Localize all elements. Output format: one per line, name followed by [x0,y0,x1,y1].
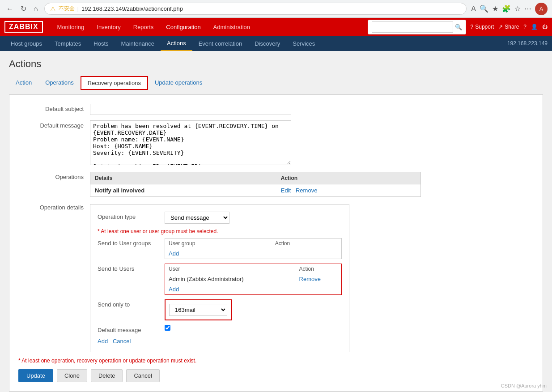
share-link[interactable]: ↗ Share [498,24,519,30]
more-button[interactable]: ⋯ [524,4,531,13]
subnav-maintenance[interactable]: Maintenance [115,36,161,51]
tab-update-operations[interactable]: Update operations [148,76,209,90]
subnav-templates[interactable]: Templates [48,36,87,51]
add-user-link[interactable]: Add [169,286,179,293]
send-only-to-row: Send only to 163mail Email SMS [98,299,342,320]
delete-button[interactable]: Delete [91,369,123,382]
default-message-control: Problem has been resolved at {EVENT.RECO… [90,120,534,166]
reload-button[interactable]: ↻ [19,3,28,15]
share-icon: ↗ [498,24,503,30]
star-button[interactable]: ☆ [514,4,521,13]
remove-user-link[interactable]: Remove [299,276,321,282]
watermark: CSDN @Aurora yhm [501,383,547,388]
default-message-check-row: Default message [98,325,342,333]
subnav-host-groups[interactable]: Host groups [4,36,48,51]
support-link[interactable]: ? Support [471,24,494,30]
send-only-to-control: 163mail Email SMS [165,299,342,320]
tab-recovery-operations[interactable]: Recovery operations [81,76,148,90]
operations-label: Operations [18,172,90,180]
add-user-group-link[interactable]: Add [169,250,179,257]
user-groups-label: Send to User groups [98,238,160,247]
default-message-check-label: Default message [98,325,160,333]
send-only-to-select[interactable]: 163mail Email SMS [169,304,227,316]
operation-details-label: Operation details [18,202,90,211]
default-subject-control: Resolved: {EVENT.NAME} [90,104,534,115]
browser-bar: ← ↻ ⌂ ⚠ 不安全 | 192.168.223.149/zabbix/act… [0,0,552,18]
sub-nav-links: Host groups Templates Hosts Maintenance … [4,36,507,51]
footer-note: * At least one operation, recovery opera… [18,358,534,364]
clone-button[interactable]: Clone [57,369,87,382]
action-col: Action [272,239,342,249]
op-type-row: Operation type Send message Remote comma… [98,212,342,224]
address-bar[interactable]: ⚠ 不安全 | 192.168.223.149/zabbix/actioncon… [44,3,467,15]
nav-administration[interactable]: Administration [208,20,255,34]
operations-control: Details Action Notify all involved Edit [90,172,534,197]
home-button[interactable]: ⌂ [32,3,40,15]
row-actions: Edit Remove [276,184,421,197]
bookmark-button[interactable]: ★ [492,4,498,13]
operations-row: Operations Details Action Notify all inv… [18,172,534,197]
security-label: 不安全 [59,5,75,13]
search-icon: 🔍 [455,24,462,30]
users-row: Send to Users User Action [98,264,342,295]
table-row: Add [165,248,342,259]
form-container: Default subject Resolved: {EVENT.NAME} D… [9,94,543,392]
table-row: Admin (Zabbix Administrator) Remove [165,274,342,284]
table-row: Add [165,284,342,295]
subnav-event-correlation[interactable]: Event correlation [192,36,249,51]
default-message-textarea[interactable]: Problem has been resolved at {EVENT.RECO… [90,120,291,165]
logout-link[interactable]: ⏻ [542,24,548,30]
operation-details-box: Operation type Send message Remote comma… [90,204,349,352]
add-operation-link[interactable]: Add [98,338,108,345]
subnav-discovery[interactable]: Discovery [248,36,286,51]
op-type-control: Send message Remote command [165,212,342,224]
form-buttons: Update Clone Delete Cancel [18,369,534,382]
search-page-button[interactable]: 🔍 [480,4,488,13]
operation-details-row: Operation details Operation type Send me… [18,202,534,352]
sub-nav-ip: 192.168.223.149 [507,40,548,47]
nav-monitoring[interactable]: Monitoring [52,20,90,34]
user-groups-table: User group Action Add [165,238,342,259]
help-link[interactable]: ? [523,24,527,30]
default-message-checkbox[interactable] [165,325,170,331]
sub-nav: Host groups Templates Hosts Maintenance … [0,36,552,51]
default-message-check-control [165,325,342,332]
send-only-box: 163mail Email SMS [165,299,232,320]
default-message-row: Default message Problem has been resolve… [18,120,534,166]
users-table: User Action Admin (Zabbix Administrator)… [165,264,342,295]
operation-type-select[interactable]: Send message Remote command [165,212,229,224]
cancel-operation-link[interactable]: Cancel [113,338,131,345]
op-type-label: Operation type [98,212,160,220]
extensions-button[interactable]: 🧩 [502,4,511,13]
nav-inventory[interactable]: Inventory [91,20,126,34]
remove-link[interactable]: Remove [296,187,317,194]
default-subject-row: Default subject Resolved: {EVENT.NAME} [18,104,534,115]
nav-configuration[interactable]: Configuration [161,20,206,34]
profile-avatar[interactable]: A [535,3,548,15]
translate-button[interactable]: A [471,5,476,13]
user-groups-control: User group Action Add [165,238,342,259]
subnav-actions[interactable]: Actions [161,36,192,51]
zabbix-logo[interactable]: ZABBIX [4,21,43,33]
default-subject-input[interactable]: Resolved: {EVENT.NAME} [90,104,291,115]
user-name: Admin (Zabbix Administrator) [165,274,296,284]
tabs-container: Action Operations Recovery operations Up… [9,76,543,90]
action-col2: Action [296,264,342,274]
search-box[interactable]: 🔍 [368,20,466,34]
edit-link[interactable]: Edit [281,187,291,194]
op-action-links: Add Cancel [98,338,342,345]
tab-action[interactable]: Action [9,76,38,90]
tab-operations[interactable]: Operations [38,76,81,90]
update-button[interactable]: Update [18,369,53,382]
separator: | [77,5,79,12]
nav-reports[interactable]: Reports [128,20,159,34]
user-link[interactable]: 👤 [531,24,538,30]
subnav-hosts[interactable]: Hosts [87,36,115,51]
top-nav: ZABBIX Monitoring Inventory Reports Conf… [0,18,552,36]
user-group-col: User group [165,239,272,249]
subnav-services[interactable]: Services [286,36,321,51]
users-control: User Action Admin (Zabbix Administrator)… [165,264,342,295]
back-button[interactable]: ← [4,3,15,15]
cancel-button[interactable]: Cancel [126,369,159,382]
search-input[interactable] [372,21,453,33]
